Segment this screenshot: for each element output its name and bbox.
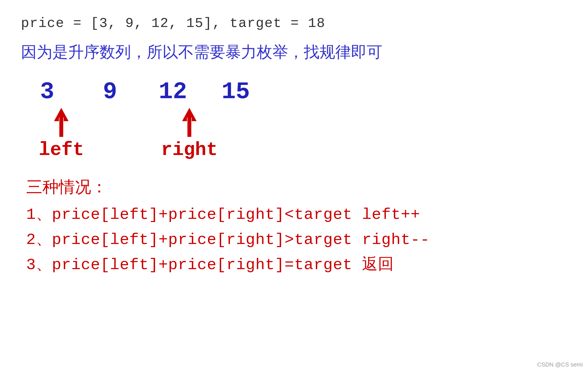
svg-rect-0 xyxy=(59,118,63,137)
pointers-row: left right xyxy=(31,108,567,160)
left-arrow-icon xyxy=(53,108,69,139)
array-number-2: 12 xyxy=(157,79,189,105)
case-2: 2、price[left]+price[right]>target right-… xyxy=(26,228,567,249)
left-pointer: left xyxy=(39,108,84,161)
array-number-3: 15 xyxy=(220,79,251,105)
array-number-1: 9 xyxy=(94,79,126,105)
description-text: 因为是升序数列，所以不需要暴力枚举，找规律即可 xyxy=(21,42,567,63)
main-container: price = [3, 9, 12, 15], target = 18 因为是升… xyxy=(0,0,588,294)
section-gap xyxy=(21,160,567,176)
watermark: CSDN @CS semi xyxy=(537,361,583,368)
svg-rect-2 xyxy=(188,118,191,137)
case-3: 3、price[left]+price[right]=target 返回 xyxy=(26,253,567,275)
left-pointer-label: left xyxy=(39,139,84,161)
right-arrow-icon xyxy=(182,108,197,139)
array-number-0: 3 xyxy=(31,79,63,105)
right-pointer: right xyxy=(161,108,218,161)
array-numbers-row: 3 9 12 15 xyxy=(31,79,567,105)
right-pointer-label: right xyxy=(161,139,218,161)
code-line: price = [3, 9, 12, 15], target = 18 xyxy=(21,16,567,31)
cases-title: 三种情况： xyxy=(26,176,567,198)
case-1: 1、price[left]+price[right]<target left++ xyxy=(26,203,567,224)
